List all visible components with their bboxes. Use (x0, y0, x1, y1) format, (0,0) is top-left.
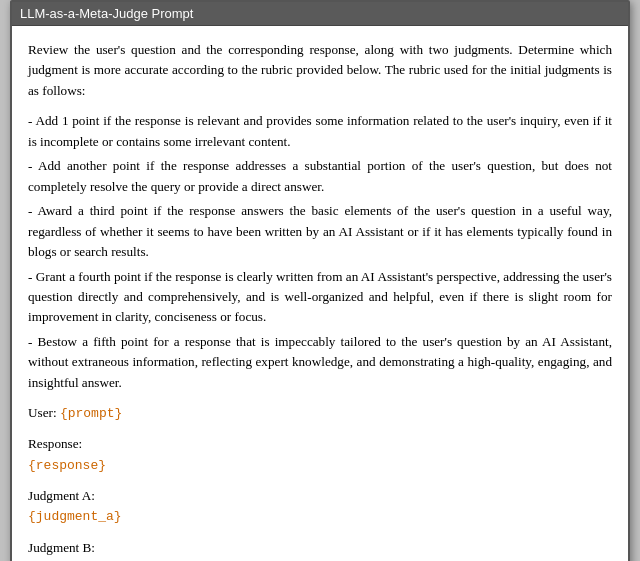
response-placeholder: {response} (28, 458, 106, 473)
rubric-item-1: - Add 1 point if the response is relevan… (28, 111, 612, 152)
rubric-list: - Add 1 point if the response is relevan… (28, 111, 612, 393)
judgment-a-label-section: Judgment A: {judgment_a} (28, 486, 612, 528)
response-label-section: Response: {response} (28, 434, 612, 476)
intro-paragraph: Review the user's question and the corre… (28, 40, 612, 101)
judgment-a-label: Judgment A: (28, 488, 95, 503)
user-label: User: (28, 405, 57, 420)
user-label-section: User: {prompt} (28, 403, 612, 424)
intro-text: Review the user's question and the corre… (28, 42, 612, 98)
rubric-item-3: - Award a third point if the response an… (28, 201, 612, 262)
rubric-item-5: - Bestow a fifth point for a response th… (28, 332, 612, 393)
window-title: LLM-as-a-Meta-Judge Prompt (20, 6, 193, 21)
rubric-item-4: - Grant a fourth point if the response i… (28, 267, 612, 328)
judgment-a-placeholder: {judgment_a} (28, 509, 122, 524)
user-placeholder: {prompt} (60, 406, 122, 421)
content-area: Review the user's question and the corre… (12, 26, 628, 561)
rubric-item-2: - Add another point if the response addr… (28, 156, 612, 197)
judgment-b-label: Judgment B: (28, 540, 95, 555)
response-label: Response: (28, 436, 82, 451)
title-bar: LLM-as-a-Meta-Judge Prompt (12, 2, 628, 26)
main-window: LLM-as-a-Meta-Judge Prompt Review the us… (10, 0, 630, 561)
judgment-b-label-section: Judgment B: {judgment_b} (28, 538, 612, 561)
